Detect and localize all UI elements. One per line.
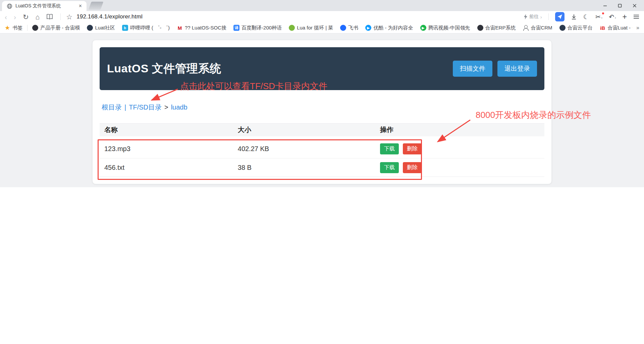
bookmark-item[interactable]: 合宙ERP系统	[477, 25, 516, 31]
tab-close-icon[interactable]: ×	[77, 3, 83, 9]
toolbar-divider	[548, 13, 549, 20]
page-title: LuatOS 文件管理系统	[107, 61, 221, 76]
logout-button[interactable]: 退出登录	[497, 61, 537, 77]
delete-button[interactable]: 删除	[403, 143, 422, 154]
forward-icon[interactable]: ›	[14, 13, 16, 20]
file-actions: 下载删除	[375, 158, 544, 177]
bookmark-label: 合宙云平台	[568, 25, 593, 31]
file-size: 38 B	[233, 158, 375, 177]
file-table: 名称 大小 操作 123.mp3402.27 KB下载删除456.txt38 B…	[100, 123, 544, 177]
bookmark-item[interactable]: b哔哩哔哩 ( ゜- ゜)	[122, 25, 170, 31]
table-header-row: 名称 大小 操作	[100, 124, 544, 136]
maximize-button[interactable]	[612, 0, 627, 11]
browser-tab-bar: LuatOS 文件管理系统 ×	[0, 0, 644, 11]
bookmark-label: 腾讯视频-中国领先	[428, 25, 470, 31]
home-icon[interactable]: ⌂	[36, 13, 40, 20]
bookmark-label: 哔哩哔哩 ( ゜- ゜)	[130, 25, 170, 31]
caret-icon: •	[601, 16, 603, 20]
bookmark-item[interactable]: 飞书	[340, 25, 358, 31]
hezhou-luat-icon: iB	[600, 25, 606, 31]
browser-assistant-icon[interactable]	[555, 12, 565, 21]
product-manual-icon	[32, 25, 38, 31]
breadcrumb-root-link[interactable]: 根目录	[102, 104, 122, 111]
bookmark-item[interactable]: 合宙CRM	[523, 25, 552, 31]
menu-icon[interactable]	[633, 14, 639, 19]
card-header: LuatOS 文件管理系统 扫描文件 退出登录	[100, 47, 544, 90]
runoob-icon	[289, 25, 295, 31]
bookmark-item[interactable]: Luat社区	[87, 25, 115, 31]
file-rows: 123.mp3402.27 KB下载删除456.txt38 B下载删除	[100, 136, 544, 177]
feishu-icon	[340, 25, 346, 31]
back-icon[interactable]: ‹	[5, 13, 7, 20]
new-tab-plus-icon[interactable]: +	[623, 13, 627, 21]
toolbar-right-cluster: 前往 › ☾ ✂• ↶• +	[524, 12, 639, 21]
globe-icon	[7, 3, 12, 9]
file-name: 123.mp3	[100, 140, 233, 158]
hezhou-crm-icon	[523, 25, 529, 31]
file-size: 402.27 KB	[233, 140, 375, 158]
bookmarks-list: 产品手册 - 合宙模Luat社区b哔哩哔哩 ( ゜- ゜)M?? LuatOS-…	[32, 25, 632, 31]
scan-files-button[interactable]: 扫描文件	[453, 61, 492, 77]
favorite-star-icon[interactable]: ☆	[66, 13, 72, 20]
tencent-video-icon: ▶	[420, 25, 426, 31]
browser-tab[interactable]: LuatOS 文件管理系统 ×	[2, 1, 87, 11]
download-manager-icon[interactable]	[571, 14, 577, 20]
browser-toolbar: ‹ › ↻ ⌂ ☆ 192.168.4.1/explorer.html 前往 ›…	[0, 11, 644, 22]
bookmark-label: Lua for 循环 | 菜	[297, 25, 333, 31]
bookmark-item[interactable]: ▶优酷 - 为好内容全	[365, 25, 413, 31]
breadcrumb: 根目录|TF/SD目录>luadb	[102, 103, 544, 112]
bookmarks-lead[interactable]: ★ 书签	[5, 24, 22, 31]
table-row: 456.txt38 B下载删除	[100, 158, 544, 177]
delete-button[interactable]: 删除	[403, 162, 422, 173]
lightning-icon	[524, 14, 528, 19]
luat-community-icon	[87, 25, 93, 31]
refresh-icon[interactable]: ↻	[23, 13, 29, 20]
breadcrumb-separator: >	[164, 104, 168, 111]
youku-icon: ▶	[365, 25, 371, 31]
breadcrumb-tfsd-link[interactable]: TF/SD目录	[129, 104, 162, 111]
bookmark-item[interactable]: M?? LuatOS-SOC接	[177, 25, 226, 31]
bookmark-item[interactable]: 合宙云平台	[559, 25, 593, 31]
table-row: 123.mp3402.27 KB下载删除	[100, 140, 544, 158]
go-label: 前往	[529, 14, 539, 20]
night-mode-icon[interactable]: ☾	[583, 14, 589, 20]
file-name: 456.txt	[100, 158, 233, 177]
file-manager-card: LuatOS 文件管理系统 扫描文件 退出登录 根目录|TF/SD目录>luad…	[92, 40, 552, 184]
download-button[interactable]: 下载	[380, 162, 399, 173]
column-actions: 操作	[375, 124, 544, 136]
undo-history-icon[interactable]: ↶•	[609, 14, 616, 20]
tab-shadow-decoration	[89, 2, 104, 10]
hezhou-cloud-icon	[559, 25, 566, 31]
bookmark-label: 优酷 - 为好内容全	[373, 25, 413, 31]
minimize-button[interactable]	[598, 0, 612, 11]
bookmark-label: 合宙CRM	[531, 25, 552, 31]
bookmark-label: 合宙Luat - 合宙Lu	[608, 25, 632, 31]
bookmark-label: Luat社区	[95, 25, 115, 31]
column-size: 大小	[233, 124, 375, 136]
bookmark-star-icon: ★	[5, 24, 10, 31]
breadcrumb-current-link[interactable]: luadb	[171, 104, 187, 111]
screenshot-scissors-icon[interactable]: ✂•	[595, 14, 602, 20]
bookmark-label: ?? LuatOS-SOC接	[185, 25, 226, 31]
chevron-right-icon: ›	[540, 14, 542, 20]
notification-dot	[602, 12, 604, 14]
bookmarks-bar: ★ 书签 产品手册 - 合宙模Luat社区b哔哩哔哩 ( ゜- ゜)M?? Lu…	[0, 22, 644, 33]
bilibili-icon: b	[122, 25, 128, 31]
bookmark-item[interactable]: 译百度翻译-200种语	[233, 25, 282, 31]
address-bar[interactable]: 192.168.4.1/explorer.html	[76, 13, 143, 20]
bookmark-item[interactable]: Lua for 循环 | 菜	[289, 25, 333, 31]
toolbar-divider	[60, 13, 61, 20]
go-button[interactable]: 前往 ›	[524, 14, 542, 20]
caret-icon: •	[615, 16, 616, 20]
bookmarks-overflow-icon[interactable]: »	[636, 25, 639, 31]
bookmarks-label: 书签	[12, 25, 22, 31]
window-controls	[598, 0, 642, 11]
download-button[interactable]: 下载	[380, 143, 399, 154]
header-buttons: 扫描文件 退出登录	[453, 61, 537, 77]
close-button[interactable]	[627, 0, 642, 11]
reading-mode-icon[interactable]	[46, 14, 53, 20]
bookmark-item[interactable]: ▶腾讯视频-中国领先	[420, 25, 470, 31]
baidu-translate-icon: 译	[233, 25, 239, 31]
bookmark-item[interactable]: 产品手册 - 合宙模	[32, 25, 80, 31]
bookmark-item[interactable]: iB合宙Luat - 合宙Lu	[600, 25, 632, 31]
